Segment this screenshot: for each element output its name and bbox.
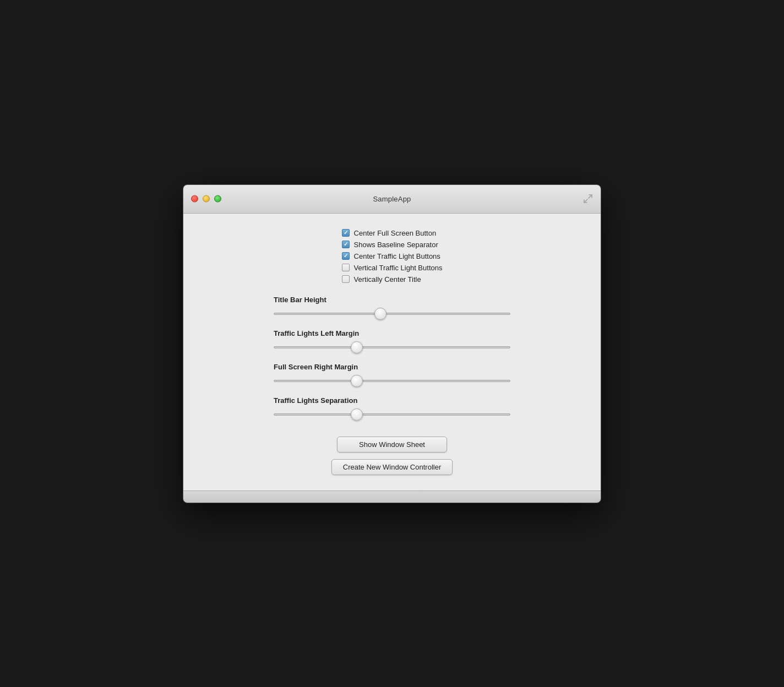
slider-full-screen-right-margin-thumb[interactable]: [351, 375, 363, 387]
window-title: SampleApp: [373, 195, 411, 203]
checkbox-center-traffic-light[interactable]: ✓ Center Traffic Light Buttons: [342, 252, 443, 260]
checkmark-icon: ✓: [344, 253, 348, 259]
checkbox-center-traffic-light-box[interactable]: ✓: [342, 252, 350, 260]
app-window: SampleApp ✓ Center Full Screen Button ✓: [183, 184, 601, 503]
slider-full-screen-right-margin-label: Full Screen Right Margin: [274, 363, 510, 371]
checkbox-shows-baseline-label: Shows Baseline Separator: [354, 241, 438, 249]
checkbox-center-full-screen[interactable]: ✓ Center Full Screen Button: [342, 229, 443, 237]
checkbox-vertical-traffic-light[interactable]: Vertical Traffic Light Buttons: [342, 264, 443, 272]
slider-traffic-lights-left-margin-track-container: [274, 342, 510, 353]
slider-traffic-lights-left-margin-track: [274, 346, 510, 348]
slider-group-title-bar-height: Title Bar Height: [274, 296, 510, 319]
slider-title-bar-height-track: [274, 313, 510, 315]
slider-title-bar-height-track-container: [274, 308, 510, 319]
slider-traffic-lights-left-margin-thumb[interactable]: [351, 341, 363, 353]
checkmark-icon: ✓: [344, 230, 348, 236]
slider-title-bar-height-thumb[interactable]: [374, 308, 386, 320]
slider-group-full-screen-right-margin: Full Screen Right Margin: [274, 363, 510, 386]
slider-group-traffic-lights-left-margin: Traffic Lights Left Margin: [274, 329, 510, 353]
checkbox-center-full-screen-box[interactable]: ✓: [342, 229, 350, 237]
buttons-section: Show Window Sheet Create New Window Cont…: [274, 437, 510, 475]
maximize-button[interactable]: [214, 195, 221, 203]
traffic-lights: [191, 195, 221, 203]
slider-traffic-lights-separation-thumb[interactable]: [351, 408, 363, 421]
slider-traffic-lights-separation-label: Traffic Lights Separation: [274, 396, 510, 405]
checkbox-shows-baseline-box[interactable]: ✓: [342, 241, 350, 248]
slider-group-traffic-lights-separation: Traffic Lights Separation: [274, 396, 510, 420]
bottom-bar: [183, 490, 601, 503]
checkbox-vertically-center-title-label: Vertically Center Title: [354, 275, 421, 283]
minimize-button[interactable]: [203, 195, 210, 203]
close-button[interactable]: [191, 195, 198, 203]
slider-traffic-lights-left-margin-label: Traffic Lights Left Margin: [274, 329, 510, 337]
title-bar: SampleApp: [183, 185, 601, 214]
checkbox-shows-baseline[interactable]: ✓ Shows Baseline Separator: [342, 241, 443, 249]
checkbox-vertical-traffic-light-label: Vertical Traffic Light Buttons: [354, 264, 443, 272]
checkbox-vertically-center-title[interactable]: Vertically Center Title: [342, 275, 443, 283]
slider-traffic-lights-separation-track-container: [274, 409, 510, 420]
slider-title-bar-height-label: Title Bar Height: [274, 296, 510, 304]
slider-traffic-lights-separation-track: [274, 413, 510, 416]
create-new-window-controller-button[interactable]: Create New Window Controller: [331, 459, 453, 475]
checkbox-center-full-screen-label: Center Full Screen Button: [354, 229, 437, 237]
checkmark-icon: ✓: [344, 242, 348, 247]
sliders-section: Title Bar Height Traffic Lights Left Mar…: [274, 296, 510, 430]
checkbox-center-traffic-light-label: Center Traffic Light Buttons: [354, 252, 440, 260]
checkbox-vertical-traffic-light-box[interactable]: [342, 264, 350, 271]
show-window-sheet-button[interactable]: Show Window Sheet: [337, 437, 447, 452]
fullscreen-button[interactable]: [583, 194, 593, 204]
checkbox-vertically-center-title-box[interactable]: [342, 275, 350, 283]
slider-full-screen-right-margin-track: [274, 380, 510, 382]
slider-full-screen-right-margin-track-container: [274, 375, 510, 386]
content-area: ✓ Center Full Screen Button ✓ Shows Base…: [183, 214, 601, 490]
checkboxes-section: ✓ Center Full Screen Button ✓ Shows Base…: [342, 229, 443, 283]
